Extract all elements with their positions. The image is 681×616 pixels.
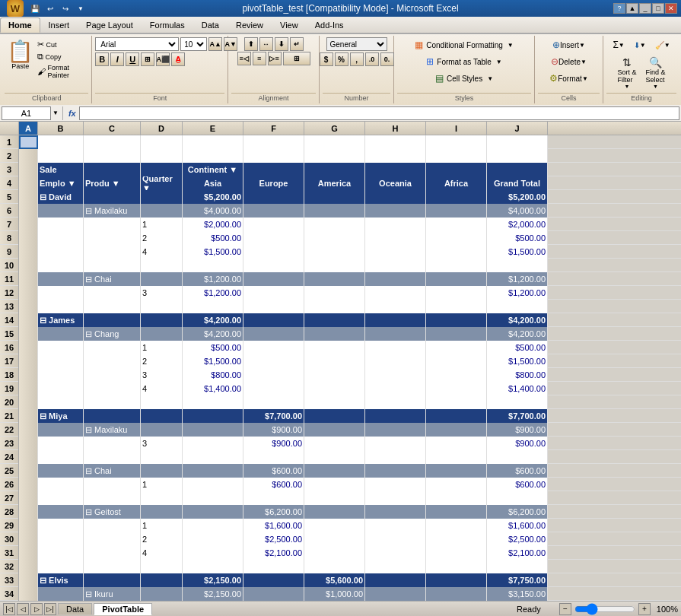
cell-J18[interactable]: $800.00 bbox=[487, 368, 548, 382]
col-header-d[interactable]: D bbox=[141, 122, 183, 135]
cell-A16[interactable] bbox=[19, 341, 38, 354]
cell-G13[interactable] bbox=[304, 300, 365, 313]
cell-G22[interactable] bbox=[304, 423, 365, 437]
bold-button[interactable]: B bbox=[95, 52, 109, 66]
restore-btn[interactable]: □ bbox=[652, 3, 664, 14]
cell-F10[interactable] bbox=[243, 259, 304, 272]
cell-G7[interactable] bbox=[304, 218, 365, 231]
conditional-formatting-button[interactable]: ▦ Conditional Formatting ▼ bbox=[411, 37, 517, 52]
cell-A5[interactable] bbox=[19, 190, 38, 204]
cell-B33[interactable]: ⊟ Elvis bbox=[38, 573, 84, 587]
cell-J26[interactable]: $600.00 bbox=[487, 478, 548, 491]
cell-C26[interactable] bbox=[84, 478, 141, 491]
cell-B31[interactable] bbox=[38, 546, 84, 560]
cell-F2[interactable] bbox=[243, 149, 304, 163]
cell-F15[interactable] bbox=[243, 327, 304, 341]
cell-D9[interactable]: 4 bbox=[141, 245, 183, 259]
cell-D2[interactable] bbox=[141, 149, 183, 163]
sheet-tab-data[interactable]: Data bbox=[58, 603, 92, 614]
cell-F25[interactable]: $600.00 bbox=[243, 464, 304, 478]
cell-G5[interactable] bbox=[304, 190, 365, 204]
cell-G11[interactable] bbox=[304, 272, 365, 286]
cell-B9[interactable] bbox=[38, 245, 84, 259]
cell-C12[interactable] bbox=[84, 286, 141, 300]
cell-I21[interactable] bbox=[426, 409, 487, 423]
cell-I6[interactable] bbox=[426, 204, 487, 218]
cell-J33[interactable]: $7,750.00 bbox=[487, 573, 548, 587]
cell-J19[interactable]: $1,400.00 bbox=[487, 382, 548, 395]
row-num-17[interactable]: 17 bbox=[0, 354, 18, 368]
cell-E33[interactable]: $2,150.00 bbox=[183, 573, 243, 587]
row-num-10[interactable]: 10 bbox=[0, 259, 18, 272]
cell-D12[interactable]: 3 bbox=[141, 286, 183, 300]
cell-A26[interactable] bbox=[19, 478, 38, 491]
cell-B11[interactable] bbox=[38, 272, 84, 286]
cell-A9[interactable] bbox=[19, 245, 38, 259]
cell-D1[interactable] bbox=[141, 135, 183, 149]
cell-E31[interactable] bbox=[183, 546, 243, 560]
cell-H9[interactable] bbox=[365, 245, 426, 259]
cell-C9[interactable] bbox=[84, 245, 141, 259]
cell-I18[interactable] bbox=[426, 368, 487, 382]
cell-I13[interactable] bbox=[426, 300, 487, 313]
cell-A28[interactable] bbox=[19, 505, 38, 519]
name-box[interactable] bbox=[2, 106, 51, 120]
cell-G15[interactable] bbox=[304, 327, 365, 341]
cell-B8[interactable] bbox=[38, 231, 84, 245]
cell-C16[interactable] bbox=[84, 341, 141, 354]
cell-B24[interactable] bbox=[38, 450, 84, 464]
row-num-15[interactable]: 15 bbox=[0, 327, 18, 341]
tab-home[interactable]: Home bbox=[0, 17, 40, 33]
cell-F33[interactable] bbox=[243, 573, 304, 587]
ribbon-minimize-btn[interactable]: ▲ bbox=[626, 3, 638, 14]
cell-D11[interactable] bbox=[141, 272, 183, 286]
cell-C19[interactable] bbox=[84, 382, 141, 395]
cell-F20[interactable] bbox=[243, 395, 304, 409]
cell-F8[interactable] bbox=[243, 231, 304, 245]
cell-C23[interactable] bbox=[84, 437, 141, 450]
cell-E8[interactable]: $500.00 bbox=[183, 231, 243, 245]
cell-I24[interactable] bbox=[426, 450, 487, 464]
cell-H21[interactable] bbox=[365, 409, 426, 423]
cell-C1[interactable] bbox=[84, 135, 141, 149]
increase-font-btn[interactable]: A▲ bbox=[208, 37, 222, 51]
cell-H5[interactable] bbox=[365, 190, 426, 204]
cell-H14[interactable] bbox=[365, 313, 426, 327]
cell-E15[interactable]: $4,200.00 bbox=[183, 327, 243, 341]
cell-D8[interactable]: 2 bbox=[141, 231, 183, 245]
row-num-26[interactable]: 26 bbox=[0, 478, 18, 491]
cell-F21[interactable]: $7,700.00 bbox=[243, 409, 304, 423]
cell-B5[interactable]: ⊟ David bbox=[38, 190, 84, 204]
row-num-9[interactable]: 9 bbox=[0, 245, 18, 259]
customize-quick-btn[interactable]: ▼ bbox=[74, 2, 88, 15]
cell-H30[interactable] bbox=[365, 532, 426, 546]
cell-F3[interactable] bbox=[243, 163, 304, 176]
cell-G29[interactable] bbox=[304, 519, 365, 532]
row-num-12[interactable]: 12 bbox=[0, 286, 18, 300]
cell-B28[interactable] bbox=[38, 505, 84, 519]
cell-I23[interactable] bbox=[426, 437, 487, 450]
cell-A15[interactable] bbox=[19, 327, 38, 341]
cell-C6[interactable]: ⊟ Maxilaku bbox=[84, 204, 141, 218]
increase-decimal-btn[interactable]: .0 bbox=[365, 52, 379, 66]
cell-I16[interactable] bbox=[426, 341, 487, 354]
cell-D7[interactable]: 1 bbox=[141, 218, 183, 231]
cell-J27[interactable] bbox=[487, 491, 548, 505]
cell-B25[interactable] bbox=[38, 464, 84, 478]
cell-G17[interactable] bbox=[304, 354, 365, 368]
wrap-text-btn[interactable]: ↵ bbox=[290, 37, 304, 51]
cell-J29[interactable]: $1,600.00 bbox=[487, 519, 548, 532]
cell-B18[interactable] bbox=[38, 368, 84, 382]
cell-F11[interactable] bbox=[243, 272, 304, 286]
cell-C14[interactable] bbox=[84, 313, 141, 327]
cell-G25[interactable] bbox=[304, 464, 365, 478]
cell-H10[interactable] bbox=[365, 259, 426, 272]
cell-I22[interactable] bbox=[426, 423, 487, 437]
undo-quick-btn[interactable]: ↩ bbox=[43, 2, 57, 15]
cell-F17[interactable] bbox=[243, 354, 304, 368]
cell-G6[interactable] bbox=[304, 204, 365, 218]
cell-I30[interactable] bbox=[426, 532, 487, 546]
cell-J9[interactable]: $1,500.00 bbox=[487, 245, 548, 259]
cell-B17[interactable] bbox=[38, 354, 84, 368]
cell-G8[interactable] bbox=[304, 231, 365, 245]
